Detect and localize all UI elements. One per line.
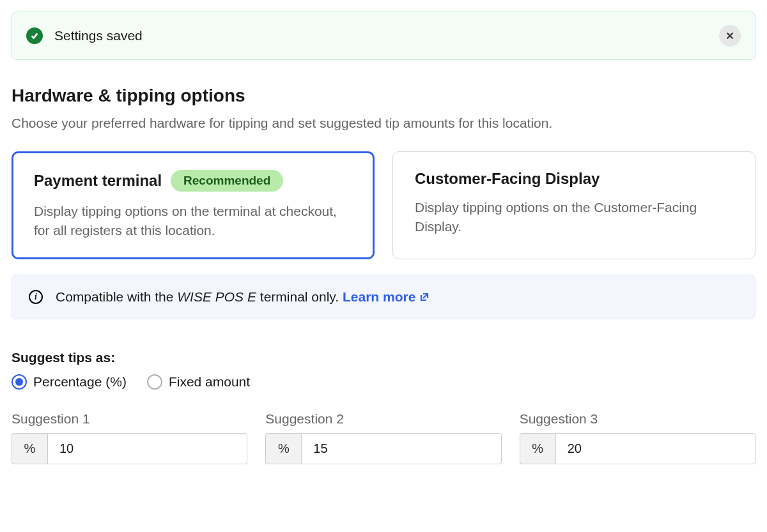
- info-prefix: Compatible with the: [56, 289, 177, 304]
- card-header: Customer-Facing Display: [415, 170, 733, 188]
- radio-dot-icon: [147, 374, 162, 390]
- check-icon: [26, 27, 43, 44]
- percent-prefix: %: [265, 433, 301, 464]
- suggestion-1: Suggestion 1 %: [12, 411, 247, 464]
- external-link-icon: [419, 292, 430, 302]
- suggestion-input-group: %: [265, 433, 501, 464]
- suggestion-label: Suggestion 3: [520, 411, 755, 427]
- learn-more-label: Learn more: [343, 289, 415, 305]
- info-device: WISE POS E: [177, 289, 256, 304]
- tip-suggestions: Suggestion 1 % Suggestion 2 % Suggestion…: [12, 411, 755, 464]
- close-alert-button[interactable]: [719, 25, 741, 47]
- info-icon: i: [29, 290, 43, 304]
- card-title: Payment terminal: [34, 172, 162, 190]
- radio-percentage[interactable]: Percentage (%): [12, 374, 127, 390]
- percent-prefix: %: [12, 433, 47, 464]
- page-subtitle: Choose your preferred hardware for tippi…: [12, 114, 755, 132]
- option-customer-facing-display[interactable]: Customer-Facing Display Display tipping …: [392, 151, 755, 259]
- compatibility-info: i Compatible with the WISE POS E termina…: [12, 275, 755, 319]
- card-title: Customer-Facing Display: [415, 170, 600, 188]
- tip-mode-label: Suggest tips as:: [12, 350, 755, 365]
- percent-prefix: %: [520, 433, 555, 464]
- close-icon: [725, 31, 734, 40]
- radio-label: Percentage (%): [33, 374, 127, 390]
- success-alert: Settings saved: [12, 11, 755, 60]
- card-description: Display tipping options on the Customer-…: [415, 198, 733, 236]
- alert-message: Settings saved: [54, 28, 708, 43]
- info-suffix: terminal only.: [256, 289, 343, 304]
- suggestion-2-input[interactable]: [301, 433, 501, 464]
- suggestion-input-group: %: [12, 433, 247, 464]
- card-header: Payment terminal Recommended: [34, 170, 352, 192]
- tip-mode-radios: Percentage (%) Fixed amount: [12, 374, 755, 390]
- suggestion-1-input[interactable]: [47, 433, 247, 464]
- suggestion-2: Suggestion 2 %: [265, 411, 501, 464]
- radio-fixed-amount[interactable]: Fixed amount: [147, 374, 250, 390]
- recommended-badge: Recommended: [171, 170, 283, 192]
- suggestion-label: Suggestion 1: [12, 411, 247, 427]
- info-text: Compatible with the WISE POS E terminal …: [56, 289, 430, 305]
- learn-more-link[interactable]: Learn more: [343, 289, 430, 305]
- suggestion-3: Suggestion 3 %: [520, 411, 755, 464]
- suggestion-3-input[interactable]: [555, 433, 755, 464]
- suggestion-input-group: %: [520, 433, 755, 464]
- page-title: Hardware & tipping options: [12, 86, 755, 106]
- radio-label: Fixed amount: [169, 374, 250, 390]
- suggestion-label: Suggestion 2: [265, 411, 501, 427]
- card-description: Display tipping options on the terminal …: [34, 202, 352, 239]
- hardware-options: Payment terminal Recommended Display tip…: [12, 151, 755, 259]
- option-payment-terminal[interactable]: Payment terminal Recommended Display tip…: [12, 151, 375, 259]
- radio-dot-icon: [12, 374, 27, 390]
